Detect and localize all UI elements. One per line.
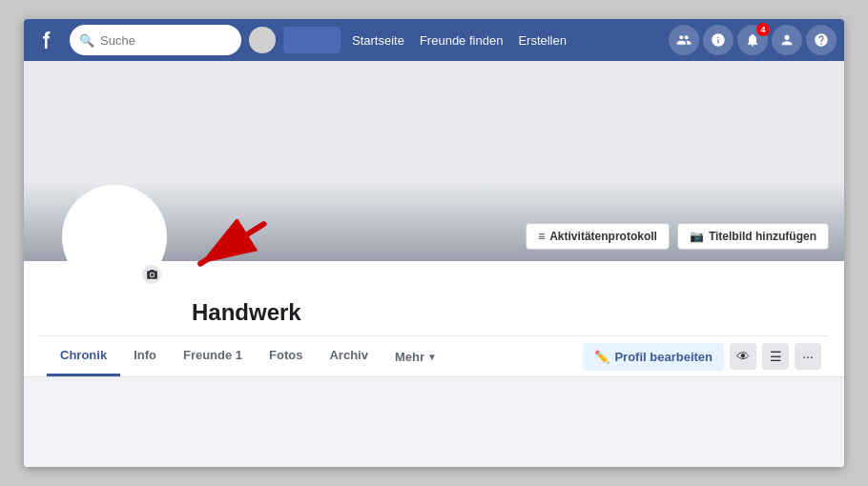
cover-section: ≡ Aktivitätenprotokoll 📷 Titelbild hinzu…: [24, 61, 844, 261]
profile-container: ≡ Aktivitätenprotokoll 📷 Titelbild hinzu…: [24, 61, 844, 377]
list-view-icon: ☰: [770, 349, 782, 364]
camera-icon: 📷: [690, 230, 704, 243]
facebook-navbar: 🔍 Startseite Freunde finden Erstellen 4: [24, 19, 844, 61]
nav-link-erstellen[interactable]: Erstellen: [518, 33, 567, 48]
friends-icon-btn[interactable]: [669, 25, 699, 55]
ellipsis-icon: ···: [802, 349, 814, 364]
pencil-icon: ✏️: [594, 350, 610, 364]
help-icon-btn[interactable]: [806, 25, 837, 55]
facebook-logo[interactable]: [31, 25, 62, 55]
profile-name: Handwerk: [192, 299, 301, 325]
chevron-down-icon: ▼: [427, 352, 437, 362]
list-view-button[interactable]: ☰: [762, 343, 789, 370]
more-options-button[interactable]: ···: [795, 343, 821, 370]
search-icon: 🔍: [79, 33, 94, 48]
nav-links: Startseite Freunde finden Erstellen: [352, 33, 567, 48]
nav-icon-group: 4: [669, 25, 837, 55]
main-content: ≡ Aktivitätenprotokoll 📷 Titelbild hinzu…: [24, 61, 844, 467]
browser-window: 🔍 Startseite Freunde finden Erstellen 4: [24, 19, 844, 467]
eye-icon: 👁: [736, 349, 750, 364]
messenger-icon-btn[interactable]: [703, 25, 734, 55]
search-input[interactable]: [100, 33, 224, 48]
search-bar[interactable]: 🔍: [70, 25, 241, 55]
edit-profile-button[interactable]: ✏️ Profil bearbeiten: [583, 343, 724, 371]
notification-badge: 4: [756, 23, 770, 36]
activity-log-button[interactable]: ≡ Aktivitätenprotokoll: [526, 223, 670, 250]
nav-link-startseite[interactable]: Startseite: [352, 33, 404, 48]
tab-more[interactable]: Mehr ▼: [382, 338, 450, 375]
account-icon-btn[interactable]: [772, 25, 802, 55]
tab-freunde[interactable]: Freunde 1: [170, 336, 256, 376]
list-icon: ≡: [538, 230, 545, 243]
nav-link-freunde[interactable]: Freunde finden: [420, 33, 503, 48]
notifications-icon-btn[interactable]: 4: [737, 25, 768, 55]
profile-camera-badge[interactable]: [140, 263, 163, 286]
add-cover-photo-button[interactable]: 📷 Titelbild hinzufügen: [677, 223, 829, 250]
tab-archiv[interactable]: Archiv: [316, 336, 381, 376]
tab-chronik[interactable]: Chronik: [47, 336, 120, 376]
tab-fotos[interactable]: Fotos: [256, 336, 316, 376]
tab-actions: ✏️ Profil bearbeiten 👁 ☰ ···: [583, 343, 821, 371]
view-as-button[interactable]: 👁: [730, 343, 756, 370]
profile-picture-area: [62, 185, 167, 290]
tab-info[interactable]: Info: [120, 336, 170, 376]
nav-avatar: [249, 27, 276, 53]
cover-buttons: ≡ Aktivitätenprotokoll 📷 Titelbild hinzu…: [526, 223, 829, 250]
nav-username-block: [283, 27, 341, 53]
profile-tabs: Chronik Info Freunde 1 Fotos Archiv Mehr…: [39, 335, 829, 376]
